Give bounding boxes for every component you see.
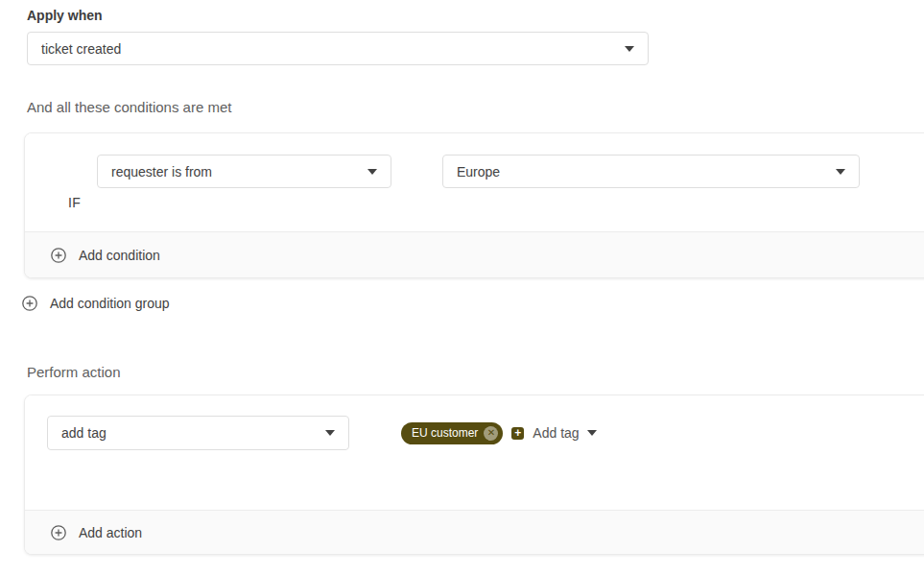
action-type-value: add tag: [61, 425, 325, 441]
chevron-down-icon: [325, 430, 335, 436]
chevron-down-icon: [836, 169, 845, 175]
if-label: IF: [68, 195, 81, 210]
trigger-select-value: ticket created: [41, 41, 625, 57]
trigger-select[interactable]: ticket created: [27, 32, 649, 65]
action-tags-row: EU customer ✕ + Add tag: [401, 421, 597, 444]
add-tag-button[interactable]: + Add tag: [511, 425, 596, 441]
remove-tag-icon[interactable]: ✕: [484, 426, 498, 441]
perform-action-heading: Perform action: [27, 364, 121, 380]
chevron-down-icon: [587, 430, 597, 436]
add-tag-label: Add tag: [533, 425, 579, 441]
chevron-down-icon: [625, 46, 634, 52]
plus-circle-icon: [51, 525, 66, 540]
add-condition-group-button[interactable]: Add condition group: [22, 294, 170, 313]
condition-value: Europe: [457, 164, 836, 180]
condition-field-select[interactable]: requester is from: [97, 155, 391, 188]
action-card: add tag EU customer ✕ + Add tag: [24, 395, 924, 555]
automation-rule-editor: Apply when ticket created And all these …: [0, 0, 924, 575]
add-condition-group-label: Add condition group: [50, 296, 170, 311]
action-card-body: add tag EU customer ✕ + Add tag: [25, 395, 924, 510]
condition-value-select[interactable]: Europe: [442, 155, 860, 188]
plus-circle-icon: [22, 296, 37, 311]
condition-group-card: IF requester is from Europe Add conditio…: [24, 132, 924, 278]
add-condition-label: Add condition: [79, 248, 160, 263]
plus-circle-icon: [51, 248, 66, 263]
action-type-select[interactable]: add tag: [47, 416, 349, 450]
conditions-heading: And all these conditions are met: [27, 99, 231, 115]
condition-group-body: IF requester is from Europe: [25, 133, 924, 231]
apply-when-label: Apply when: [27, 8, 103, 23]
tag-chip: EU customer ✕: [401, 422, 503, 444]
tag-chip-label: EU customer: [412, 426, 478, 440]
add-action-label: Add action: [79, 525, 142, 540]
add-condition-button[interactable]: Add condition: [25, 231, 924, 277]
condition-field-value: requester is from: [111, 164, 367, 180]
add-action-button[interactable]: Add action: [25, 510, 924, 554]
add-tag-plus-icon: +: [511, 427, 524, 440]
chevron-down-icon: [367, 169, 377, 175]
